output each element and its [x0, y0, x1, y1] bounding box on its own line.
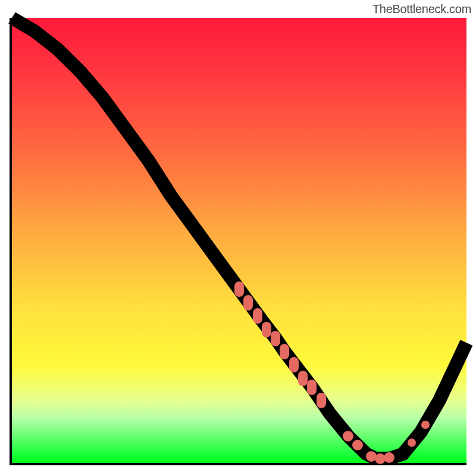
watermark-text: TheBottleneck.com [372, 2, 471, 16]
chart-marker [243, 295, 253, 311]
chart-marker [262, 322, 271, 337]
chart-marker [384, 452, 394, 463]
chart-marker [352, 440, 363, 450]
chart-marker [234, 281, 244, 297]
chart-marker [289, 357, 299, 372]
chart-marker [317, 393, 326, 408]
chart-marker [253, 308, 262, 324]
bottleneck-curve-path [12, 18, 466, 459]
chart-marker [298, 371, 308, 386]
chart-plot-area [10, 18, 466, 465]
chart-marker [280, 344, 289, 359]
chart-curve-svg [12, 18, 466, 463]
chart-marker [307, 380, 317, 395]
chart-marker [271, 331, 280, 346]
